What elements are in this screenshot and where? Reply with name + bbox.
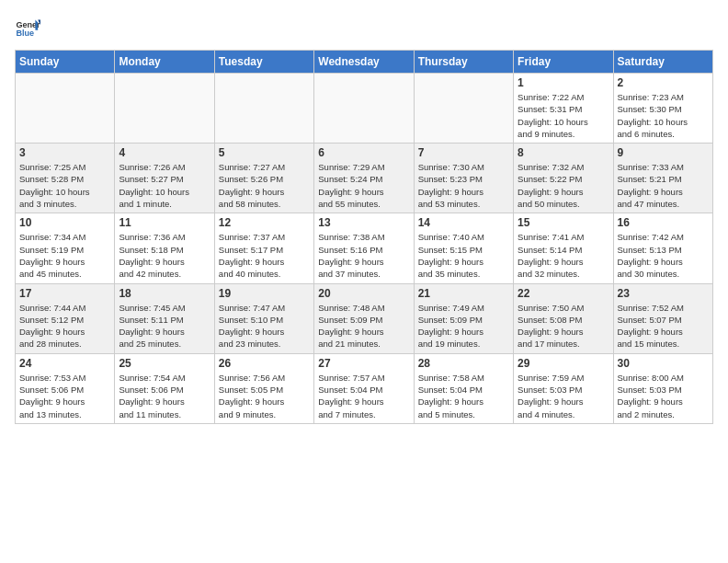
day-number: 26 bbox=[219, 357, 310, 370]
calendar-cell bbox=[314, 74, 414, 144]
calendar-cell: 30Sunrise: 8:00 AM Sunset: 5:03 PM Dayli… bbox=[613, 353, 712, 423]
svg-text:Blue: Blue bbox=[16, 29, 34, 38]
weekday-header-monday: Monday bbox=[115, 51, 214, 74]
calendar-week-row: 24Sunrise: 7:53 AM Sunset: 5:06 PM Dayli… bbox=[16, 353, 713, 423]
calendar-cell: 7Sunrise: 7:30 AM Sunset: 5:23 PM Daylig… bbox=[414, 144, 513, 213]
day-info: Sunrise: 7:53 AM Sunset: 5:06 PM Dayligh… bbox=[19, 372, 110, 420]
calendar-cell: 3Sunrise: 7:25 AM Sunset: 5:28 PM Daylig… bbox=[16, 144, 115, 213]
calendar-cell bbox=[214, 74, 313, 144]
day-info: Sunrise: 7:38 AM Sunset: 5:16 PM Dayligh… bbox=[318, 231, 409, 280]
calendar-cell bbox=[414, 74, 513, 144]
calendar-cell: 16Sunrise: 7:42 AM Sunset: 5:13 PM Dayli… bbox=[613, 213, 712, 283]
page-header: General Blue bbox=[15, 15, 713, 40]
calendar-cell bbox=[115, 74, 214, 144]
day-info: Sunrise: 7:23 AM Sunset: 5:30 PM Dayligh… bbox=[618, 91, 709, 140]
day-info: Sunrise: 7:30 AM Sunset: 5:23 PM Dayligh… bbox=[418, 161, 509, 210]
day-info: Sunrise: 7:52 AM Sunset: 5:07 PM Dayligh… bbox=[618, 302, 709, 350]
day-info: Sunrise: 7:49 AM Sunset: 5:09 PM Dayligh… bbox=[418, 302, 509, 350]
weekday-header-saturday: Saturday bbox=[613, 51, 712, 74]
weekday-header-row: SundayMondayTuesdayWednesdayThursdayFrid… bbox=[16, 51, 713, 74]
day-number: 24 bbox=[19, 357, 110, 370]
day-number: 14 bbox=[418, 216, 509, 229]
day-number: 19 bbox=[219, 287, 310, 300]
calendar-cell: 27Sunrise: 7:57 AM Sunset: 5:04 PM Dayli… bbox=[314, 353, 414, 423]
weekday-header-friday: Friday bbox=[514, 51, 613, 74]
day-info: Sunrise: 7:34 AM Sunset: 5:19 PM Dayligh… bbox=[19, 231, 110, 280]
calendar-cell: 9Sunrise: 7:33 AM Sunset: 5:21 PM Daylig… bbox=[613, 144, 712, 213]
calendar-cell: 4Sunrise: 7:26 AM Sunset: 5:27 PM Daylig… bbox=[115, 144, 214, 213]
calendar-cell: 26Sunrise: 7:56 AM Sunset: 5:05 PM Dayli… bbox=[214, 353, 313, 423]
day-info: Sunrise: 7:32 AM Sunset: 5:22 PM Dayligh… bbox=[518, 161, 609, 210]
calendar-week-row: 10Sunrise: 7:34 AM Sunset: 5:19 PM Dayli… bbox=[16, 213, 713, 283]
day-info: Sunrise: 7:22 AM Sunset: 5:31 PM Dayligh… bbox=[518, 91, 609, 140]
weekday-header-tuesday: Tuesday bbox=[214, 51, 313, 74]
day-info: Sunrise: 7:48 AM Sunset: 5:09 PM Dayligh… bbox=[318, 302, 409, 350]
calendar-cell: 23Sunrise: 7:52 AM Sunset: 5:07 PM Dayli… bbox=[613, 283, 712, 353]
day-number: 25 bbox=[119, 357, 210, 370]
day-number: 16 bbox=[618, 216, 709, 229]
calendar-cell: 18Sunrise: 7:45 AM Sunset: 5:11 PM Dayli… bbox=[115, 283, 214, 353]
calendar-cell: 11Sunrise: 7:36 AM Sunset: 5:18 PM Dayli… bbox=[115, 213, 214, 283]
day-number: 10 bbox=[19, 216, 110, 229]
calendar-cell: 5Sunrise: 7:27 AM Sunset: 5:26 PM Daylig… bbox=[214, 144, 313, 213]
day-number: 11 bbox=[119, 216, 210, 229]
day-number: 28 bbox=[418, 357, 509, 370]
calendar-week-row: 17Sunrise: 7:44 AM Sunset: 5:12 PM Dayli… bbox=[16, 283, 713, 353]
calendar-cell: 29Sunrise: 7:59 AM Sunset: 5:03 PM Dayli… bbox=[514, 353, 613, 423]
day-number: 29 bbox=[518, 357, 609, 370]
calendar-week-row: 3Sunrise: 7:25 AM Sunset: 5:28 PM Daylig… bbox=[16, 144, 713, 213]
day-info: Sunrise: 7:42 AM Sunset: 5:13 PM Dayligh… bbox=[618, 231, 709, 280]
calendar-table: SundayMondayTuesdayWednesdayThursdayFrid… bbox=[15, 50, 713, 424]
day-info: Sunrise: 7:26 AM Sunset: 5:27 PM Dayligh… bbox=[119, 161, 210, 210]
calendar-cell: 17Sunrise: 7:44 AM Sunset: 5:12 PM Dayli… bbox=[16, 283, 115, 353]
day-number: 27 bbox=[318, 357, 409, 370]
calendar-cell: 21Sunrise: 7:49 AM Sunset: 5:09 PM Dayli… bbox=[414, 283, 513, 353]
weekday-header-sunday: Sunday bbox=[16, 51, 115, 74]
calendar-cell: 24Sunrise: 7:53 AM Sunset: 5:06 PM Dayli… bbox=[16, 353, 115, 423]
day-info: Sunrise: 7:56 AM Sunset: 5:05 PM Dayligh… bbox=[219, 372, 310, 420]
calendar-cell: 14Sunrise: 7:40 AM Sunset: 5:15 PM Dayli… bbox=[414, 213, 513, 283]
day-info: Sunrise: 7:33 AM Sunset: 5:21 PM Dayligh… bbox=[618, 161, 709, 210]
day-number: 1 bbox=[518, 76, 609, 89]
day-number: 4 bbox=[119, 146, 210, 159]
calendar-cell bbox=[16, 74, 115, 144]
logo-icon: General Blue bbox=[15, 15, 40, 40]
day-info: Sunrise: 7:45 AM Sunset: 5:11 PM Dayligh… bbox=[119, 302, 210, 350]
day-number: 5 bbox=[219, 146, 310, 159]
calendar-cell: 20Sunrise: 7:48 AM Sunset: 5:09 PM Dayli… bbox=[314, 283, 414, 353]
day-number: 13 bbox=[318, 216, 409, 229]
day-info: Sunrise: 7:59 AM Sunset: 5:03 PM Dayligh… bbox=[518, 372, 609, 420]
day-number: 17 bbox=[19, 287, 110, 300]
weekday-header-thursday: Thursday bbox=[414, 51, 513, 74]
day-number: 3 bbox=[19, 146, 110, 159]
day-number: 22 bbox=[518, 287, 609, 300]
day-info: Sunrise: 7:47 AM Sunset: 5:10 PM Dayligh… bbox=[219, 302, 310, 350]
calendar-cell: 15Sunrise: 7:41 AM Sunset: 5:14 PM Dayli… bbox=[514, 213, 613, 283]
calendar-cell: 10Sunrise: 7:34 AM Sunset: 5:19 PM Dayli… bbox=[16, 213, 115, 283]
day-number: 15 bbox=[518, 216, 609, 229]
day-number: 2 bbox=[618, 76, 709, 89]
day-info: Sunrise: 7:44 AM Sunset: 5:12 PM Dayligh… bbox=[19, 302, 110, 350]
calendar-cell: 12Sunrise: 7:37 AM Sunset: 5:17 PM Dayli… bbox=[214, 213, 313, 283]
day-info: Sunrise: 7:25 AM Sunset: 5:28 PM Dayligh… bbox=[19, 161, 110, 210]
day-number: 23 bbox=[618, 287, 709, 300]
day-info: Sunrise: 8:00 AM Sunset: 5:03 PM Dayligh… bbox=[618, 372, 709, 420]
day-info: Sunrise: 7:50 AM Sunset: 5:08 PM Dayligh… bbox=[518, 302, 609, 350]
calendar-cell: 6Sunrise: 7:29 AM Sunset: 5:24 PM Daylig… bbox=[314, 144, 414, 213]
calendar-cell: 19Sunrise: 7:47 AM Sunset: 5:10 PM Dayli… bbox=[214, 283, 313, 353]
day-number: 9 bbox=[618, 146, 709, 159]
day-info: Sunrise: 7:54 AM Sunset: 5:06 PM Dayligh… bbox=[119, 372, 210, 420]
logo: General Blue bbox=[15, 15, 40, 40]
day-info: Sunrise: 7:40 AM Sunset: 5:15 PM Dayligh… bbox=[418, 231, 509, 280]
day-info: Sunrise: 7:37 AM Sunset: 5:17 PM Dayligh… bbox=[219, 231, 310, 280]
day-info: Sunrise: 7:58 AM Sunset: 5:04 PM Dayligh… bbox=[418, 372, 509, 420]
calendar-week-row: 1Sunrise: 7:22 AM Sunset: 5:31 PM Daylig… bbox=[16, 74, 713, 144]
day-info: Sunrise: 7:27 AM Sunset: 5:26 PM Dayligh… bbox=[219, 161, 310, 210]
day-info: Sunrise: 7:41 AM Sunset: 5:14 PM Dayligh… bbox=[518, 231, 609, 280]
calendar-cell: 25Sunrise: 7:54 AM Sunset: 5:06 PM Dayli… bbox=[115, 353, 214, 423]
day-info: Sunrise: 7:29 AM Sunset: 5:24 PM Dayligh… bbox=[318, 161, 409, 210]
calendar-cell: 2Sunrise: 7:23 AM Sunset: 5:30 PM Daylig… bbox=[613, 74, 712, 144]
weekday-header-wednesday: Wednesday bbox=[314, 51, 414, 74]
day-number: 6 bbox=[318, 146, 409, 159]
calendar-cell: 8Sunrise: 7:32 AM Sunset: 5:22 PM Daylig… bbox=[514, 144, 613, 213]
